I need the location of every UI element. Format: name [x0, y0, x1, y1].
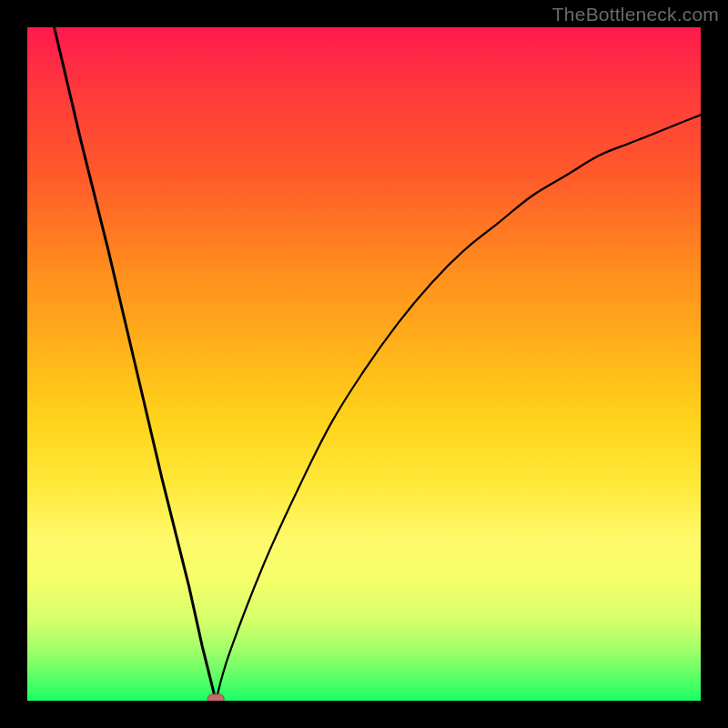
plot-area [27, 27, 701, 701]
curve-layer [27, 27, 701, 701]
bottleneck-curve-left [55, 27, 217, 701]
watermark-text: TheBottleneck.com [552, 4, 719, 25]
minimum-marker [207, 694, 224, 701]
chart-frame: TheBottleneck.com [0, 0, 728, 728]
bottleneck-curve-right [216, 115, 701, 701]
